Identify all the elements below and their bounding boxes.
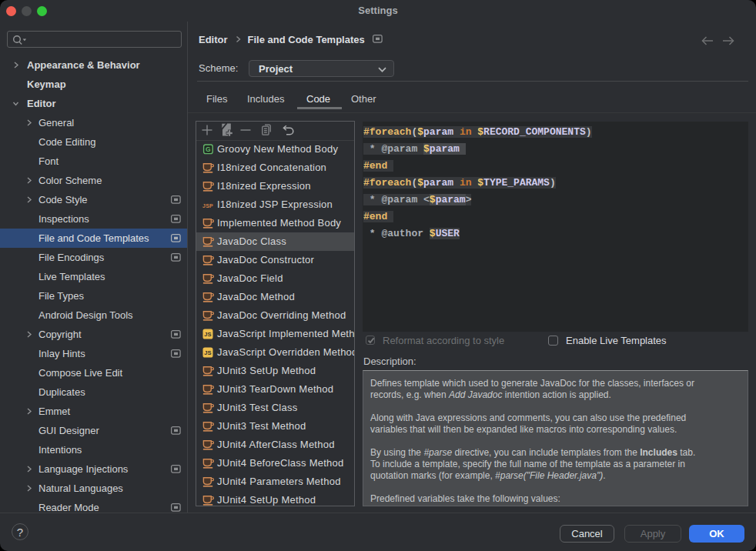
svg-text:JSP: JSP xyxy=(202,203,213,209)
svg-text:JS: JS xyxy=(204,331,212,338)
svg-text:G: G xyxy=(206,145,211,153)
svg-text:JS: JS xyxy=(204,349,212,356)
